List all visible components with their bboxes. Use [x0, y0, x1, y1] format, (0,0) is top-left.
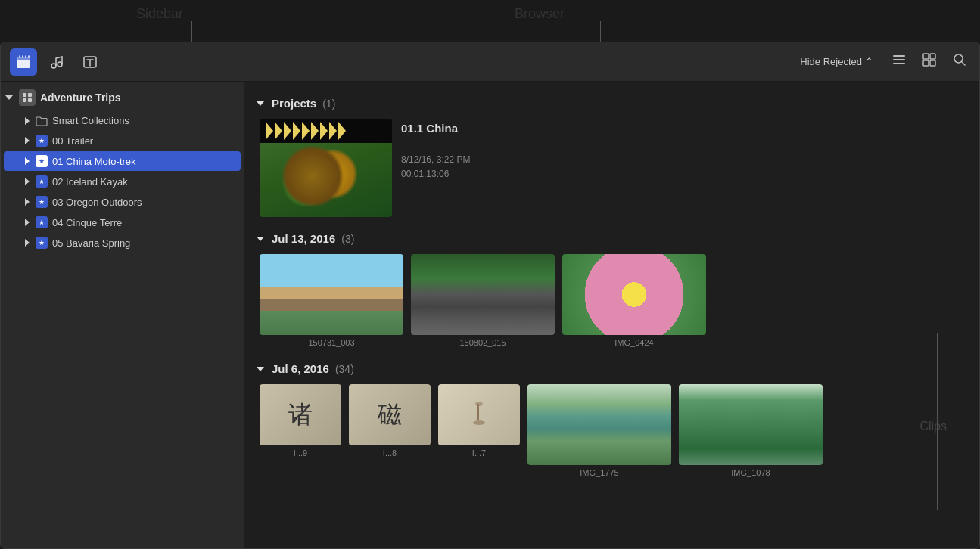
list-view-icon[interactable]: [888, 49, 910, 74]
callig3-thumbnail: [438, 384, 520, 445]
clip-i7-thumb: [438, 384, 520, 445]
annotation-browser: Browser: [515, 6, 565, 22]
jul6-clips-grid: 诸 I...9 磁 I...8: [257, 384, 967, 477]
clip-150802-thumb: [411, 254, 555, 335]
chevron-8: [329, 122, 337, 140]
project-name: 01.1 China: [401, 122, 470, 135]
projects-section: Projects (1): [257, 97, 967, 217]
callig1-thumbnail: 诸: [260, 384, 341, 445]
trailer-star-icon: ★: [36, 135, 48, 147]
jul13-section: Jul 13, 2016 (3) 150731_003 15080: [257, 232, 967, 347]
sidebar-item-03-oregon[interactable]: ★ 03 Oregon Outdoors: [4, 192, 241, 212]
chevron-1: [266, 122, 273, 140]
clip-i7[interactable]: I...7: [438, 384, 520, 477]
svg-rect-12: [923, 60, 929, 66]
library-name: Adventure Trips: [40, 92, 121, 104]
app-container: Hide Rejected ⌃: [0, 42, 980, 549]
trailer-label: 00 Trailer: [52, 135, 93, 147]
svg-rect-7: [893, 55, 905, 57]
clip-img0424[interactable]: IMG_0424: [562, 254, 706, 347]
clip-icon-button[interactable]: [10, 48, 37, 76]
jul6-title: Jul 6, 2016: [272, 362, 329, 375]
svg-rect-13: [930, 60, 935, 66]
jul13-count: (3): [341, 233, 354, 245]
jul6-collapse-icon[interactable]: [257, 367, 264, 371]
svg-rect-2: [17, 57, 30, 60]
sidebar-item-02-iceland[interactable]: ★ 02 Iceland Kayak: [4, 172, 241, 191]
clip-150731-thumb: [260, 254, 403, 335]
project-chevrons: [260, 119, 392, 143]
svg-rect-3: [17, 57, 18, 68]
clip-i7-label: I...7: [472, 448, 486, 458]
hide-rejected-button[interactable]: Hide Rejected ⌃: [794, 53, 879, 70]
oregon-label: 03 Oregon Outdoors: [52, 197, 142, 208]
sidebar: Adventure Trips Smart Collections ★ 00 T…: [1, 82, 244, 548]
svg-rect-10: [923, 54, 929, 59]
svg-point-14: [954, 54, 963, 63]
sidebar-item-01-china[interactable]: ★ 01 China Moto-trek: [4, 151, 241, 171]
chevron-4: [293, 122, 300, 140]
iceland-star-icon: ★: [36, 175, 48, 188]
jul13-title: Jul 13, 2016: [272, 232, 335, 245]
library-header[interactable]: Adventure Trips: [1, 85, 244, 110]
road-thumbnail: [411, 254, 555, 335]
clip-150731[interactable]: 150731_003: [260, 254, 403, 347]
clip-150802[interactable]: 150802_015: [411, 254, 555, 347]
jul13-header: Jul 13, 2016 (3): [257, 232, 967, 245]
title-icon-button[interactable]: [76, 48, 104, 76]
grid-view-icon[interactable]: [919, 49, 940, 74]
project-info: 01.1 China 8/12/16, 3:22 PM 00:01:13:06: [401, 119, 470, 185]
sidebar-item-smart-collections[interactable]: Smart Collections: [4, 111, 241, 130]
clips-annotation-label: Clips: [919, 420, 947, 433]
chevron-5: [302, 122, 310, 140]
projects-collapse-icon[interactable]: [257, 101, 264, 106]
clip-i8-label: I...8: [383, 448, 397, 458]
veggie-background: [260, 143, 392, 217]
chevron-2: [275, 122, 282, 140]
lake-thumbnail: [527, 384, 671, 465]
bavaria-expand-icon: [25, 239, 30, 247]
project-thumbnail: [260, 119, 392, 217]
svg-rect-9: [893, 63, 905, 64]
projects-title: Projects: [272, 97, 316, 110]
project-date: 8/12/16, 3:22 PM 00:01:13:06: [401, 153, 470, 181]
folder-icon: [36, 116, 48, 126]
projects-header: Projects (1): [257, 97, 967, 110]
sidebar-item-04-cinque[interactable]: ★ 04 Cinque Terre: [4, 212, 241, 232]
chevron-3: [284, 122, 291, 140]
jul6-section: Jul 6, 2016 (34) 诸 I...9 磁 I...8: [257, 362, 967, 477]
body-split: Adventure Trips Smart Collections ★ 00 T…: [1, 82, 979, 548]
oregon-expand-icon: [25, 198, 30, 206]
clip-img1775[interactable]: IMG_1775: [527, 384, 671, 477]
flower-thumbnail: [562, 254, 706, 335]
clip-img0424-label: IMG_0424: [614, 338, 653, 347]
svg-rect-17: [23, 98, 26, 102]
svg-rect-8: [893, 59, 905, 60]
svg-point-21: [475, 402, 483, 406]
cinque-expand-icon: [25, 219, 30, 226]
svg-point-4: [51, 64, 56, 68]
clip-img1775-thumb: [527, 384, 671, 465]
oregon-star-icon: ★: [36, 196, 48, 208]
svg-rect-15: [23, 93, 26, 97]
jul13-collapse-icon[interactable]: [257, 237, 264, 241]
chevron-pattern: [266, 122, 346, 140]
clip-i8-thumb: 磁: [349, 384, 431, 445]
mountain-thumbnail: [260, 254, 403, 335]
svg-rect-20: [477, 404, 479, 420]
clip-img1078[interactable]: IMG_1078: [679, 384, 823, 477]
sidebar-item-00-trailer[interactable]: ★ 00 Trailer: [4, 131, 241, 150]
sidebar-item-05-bavaria[interactable]: ★ 05 Bavaria Spring: [4, 233, 241, 253]
browser: Projects (1): [244, 82, 979, 548]
search-icon[interactable]: [949, 49, 970, 74]
clip-i8[interactable]: 磁 I...8: [349, 384, 431, 477]
hills-thumbnail: [679, 384, 823, 465]
trailer-expand-icon: [25, 137, 30, 144]
clip-150731-label: 150731_003: [308, 338, 354, 347]
clip-i9[interactable]: 诸 I...9: [260, 384, 341, 477]
bavaria-star-icon: ★: [36, 237, 48, 249]
clip-img1078-label: IMG_1078: [731, 468, 770, 477]
chevron-7: [320, 122, 328, 140]
music-icon-button[interactable]: [43, 48, 70, 76]
project-item[interactable]: 01.1 China 8/12/16, 3:22 PM 00:01:13:06: [257, 119, 967, 217]
